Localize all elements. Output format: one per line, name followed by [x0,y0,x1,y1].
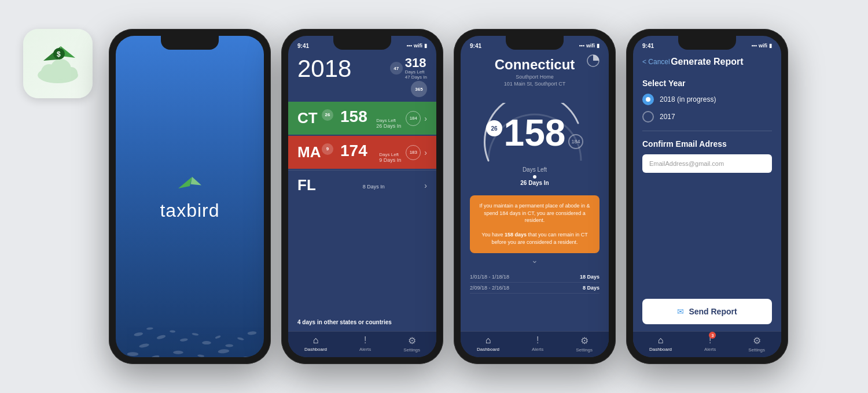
taxbird-logo: taxbird [160,172,219,221]
year-2017-label: 2017 [660,113,675,121]
svg-point-16 [215,335,221,339]
settings-icon-3: ⚙ [580,335,589,346]
tab-alerts-label-2: Alerts [359,347,371,352]
dashboard-screen: 9:41 ▪▪▪ wifi ▮ 2018 47 318 [288,36,436,357]
gauge-badge-left: 26 [486,120,502,136]
tab-settings-4[interactable]: ⚙ Settings [748,335,765,353]
tab-alerts-label-4: Alerts [704,347,716,352]
tab-settings-label-4: Settings [748,347,765,353]
trip-2-dates: 2/09/18 - 2/16/18 [470,285,509,291]
email-input[interactable]: EmailAddress@gmail.com [642,154,772,173]
tab-dashboard-label-3: Dashboard [477,347,499,352]
ct-days-big: 158 [504,114,566,151]
app-icon: $ [23,29,93,98]
alerts-icon-3: ! [536,335,539,346]
ma-days-in: 9 Days In [379,157,401,163]
cancel-button[interactable]: < Cancel [642,58,670,66]
ct-chevron-icon: › [424,114,427,123]
phone-4-screen: 9:41 ▪▪▪ wifi ▮ < Cancel Generate Report… [633,36,781,357]
alerts-icon-2: ! [364,335,366,346]
phone-1-screen: taxbird [116,36,264,357]
trip-row-2: 2/09/18 - 2/16/18 8 Days [470,283,599,294]
year-option-2018[interactable]: 2018 (in progress) [642,94,772,105]
ct-badge: 26 [322,109,333,121]
ct-address-2: 101 Main St, Southport CT [470,81,599,87]
trip-2-days: 8 Days [583,285,599,291]
tab-dashboard-label-4: Dashboard [649,347,672,352]
trip-1-dates: 1/01/18 - 1/18/18 [470,274,509,280]
pie-chart-icon[interactable] [587,54,599,69]
status-time-3: 9:41 [470,43,481,49]
svg-point-13 [139,343,149,348]
radio-inner-2018 [646,97,650,102]
year-option-2017[interactable]: 2017 [642,111,772,123]
status-icons-3: ▪▪▪ wifi ▮ [579,43,599,49]
status-time-2: 9:41 [297,43,309,49]
tab-dashboard-4[interactable]: ⌂ Dashboard [649,335,672,353]
status-time-4: 9:41 [642,43,654,49]
svg-point-15 [202,342,211,345]
phone-1-notch [161,36,219,50]
tab-dashboard-2[interactable]: ⌂ Dashboard [304,335,327,353]
total-days-circle: 365 [411,81,427,97]
svg-point-10 [156,335,166,340]
other-states-text: days in other states or countries [302,319,392,325]
taxbird-bird-icon [175,172,204,195]
svg-point-26 [259,351,264,356]
tab-alerts-3[interactable]: ! Alerts [532,335,543,353]
svg-marker-27 [178,177,192,188]
year-2018-label: 2018 (in progress) [660,95,716,103]
status-icons-4: ▪▪▪ wifi ▮ [751,43,772,49]
other-states: 4 days in other states or countries [288,313,436,331]
state-row-ct[interactable]: CT 26 158 Days Left 26 Days In 184 [288,102,436,135]
wifi-icon-4: wifi [759,43,767,49]
ct-arc-badge: 184 [406,111,421,126]
days-in: 47 Days In [405,75,427,80]
phone-2-notch [333,36,391,50]
svg-point-14 [192,333,198,336]
alert-count-badge: 3 [709,332,716,339]
radio-2017[interactable] [642,111,654,123]
year-badge: 47 [390,62,403,75]
svg-point-3 [65,67,78,80]
state-row-ma[interactable]: MA 9 174 Days Left 9 Days In 183 [288,136,436,169]
fl-chevron-icon: › [424,181,427,190]
ma-badge: 9 [322,143,333,155]
tab-bar-2: ⌂ Dashboard ! Alerts ⚙ Settings [288,331,436,357]
dashboard-icon-4: ⌂ [658,335,664,346]
ct-days-in: 26 Days In [520,180,549,186]
svg-point-18 [237,337,244,341]
days-left-label: Days Left [405,69,427,75]
tab-settings-2[interactable]: ⚙ Settings [403,335,420,353]
radio-2018[interactable] [642,94,654,105]
tab-alerts-2[interactable]: ! Alerts [359,335,371,353]
battery-icon-4: ▮ [769,43,772,49]
svg-point-20 [127,353,139,357]
report-body: Select Year 2018 (in progress) 2017 Conf… [633,72,781,292]
battery-icon: ▮ [424,43,427,49]
send-icon: ✉ [677,307,684,316]
svg-point-17 [225,344,233,347]
send-report-label: Send Report [689,307,737,316]
tab-bar-4: ⌂ Dashboard ! 3 Alerts ⚙ Settings [633,331,781,357]
signal-icon-3: ▪▪▪ [579,43,584,49]
ct-detail-screen: 9:41 ▪▪▪ wifi ▮ Connecticut [461,36,609,357]
phone-3-ct-detail: 9:41 ▪▪▪ wifi ▮ Connecticut [454,29,616,364]
tab-alerts-label-3: Alerts [532,347,543,352]
fl-abbr: FL [297,176,326,194]
app-name-text: taxbird [160,200,219,221]
send-report-button[interactable]: ✉ Send Report [642,299,772,324]
tab-settings-3[interactable]: ⚙ Settings [576,335,593,353]
alerts-badge-wrapper: ! 3 [709,335,711,346]
gauge-container: 26 184 158 [477,103,593,166]
info-days-strong: 158 days [505,232,527,238]
state-row-fl[interactable]: FL 8 Days In › [288,170,436,200]
info-text-1: If you maintain a permanent place of abo… [479,203,590,223]
tab-alerts-4[interactable]: ! 3 Alerts [704,335,716,353]
tab-settings-label-2: Settings [403,347,420,353]
tab-dashboard-3[interactable]: ⌂ Dashboard [477,335,499,353]
svg-point-9 [146,327,153,330]
signal-icon-4: ▪▪▪ [751,43,757,49]
year-stats: 47 318 Days Left 47 Days In 365 [390,57,427,97]
trip-row-1: 1/01/18 - 1/18/18 18 Days [470,272,599,283]
